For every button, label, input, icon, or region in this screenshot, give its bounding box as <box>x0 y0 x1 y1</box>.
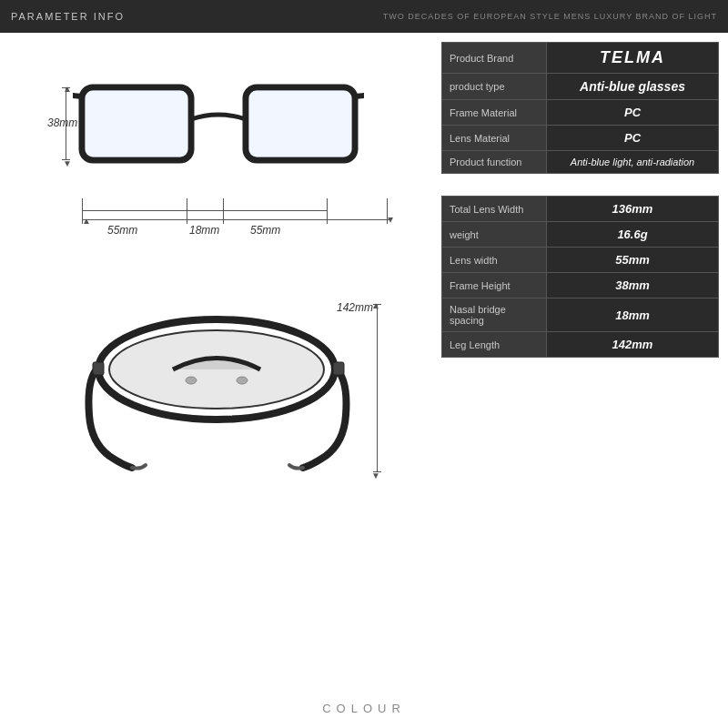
spec-label: Nasal bridge spacing <box>442 298 547 332</box>
spec-label: Leg Length <box>442 332 547 358</box>
bottom-view-diagram: ▲ ▼ 142mm <box>46 297 391 533</box>
spec-value: 136mm <box>547 197 719 222</box>
table-row: Frame MaterialPC <box>442 100 719 126</box>
glasses-front-svg <box>73 69 364 197</box>
colour-footer: COLOUR <box>0 688 728 728</box>
glasses-side-svg <box>82 297 355 497</box>
specs-table-1: Product BrandTELMAproduct typeAnti-blue … <box>441 42 719 174</box>
table-row: Total Lens Width136mm <box>442 197 719 222</box>
spec-label: Frame Height <box>442 273 547 298</box>
header: PARAMETER INFO TWO DECADES OF EUROPEAN S… <box>0 0 728 33</box>
spec-label: Lens width <box>442 248 547 273</box>
left-lens-label: 55mm <box>107 224 137 237</box>
table-row: product typeAnti-blue glasses <box>442 74 719 100</box>
leg-length-label: 142mm <box>337 301 373 314</box>
front-view-diagram: ▲ ▼ 38mm ▲ ▲ 55mm 18mm 55mm <box>46 51 391 297</box>
spec-label: Total Lens Width <box>442 197 547 222</box>
spec-value: PC <box>547 100 719 126</box>
table-row: Nasal bridge spacing18mm <box>442 298 719 332</box>
spec-label: Product Brand <box>442 43 547 74</box>
spec-value: 142mm <box>547 332 719 358</box>
spec-label: product type <box>442 74 547 100</box>
table-row: Frame Height38mm <box>442 273 719 298</box>
table-row: Lens MaterialPC <box>442 126 719 151</box>
table-row: Leg Length142mm <box>442 332 719 358</box>
svg-line-2 <box>73 95 82 96</box>
spec-value: TELMA <box>547 43 719 74</box>
svg-line-4 <box>355 95 364 96</box>
header-subtitle: TWO DECADES OF EUROPEAN STYLE MENS LUXUR… <box>383 12 717 21</box>
table-row: Product functionAnti-blue light, anti-ra… <box>442 151 719 174</box>
svg-rect-13 <box>333 362 344 375</box>
specs-table-2: Total Lens Width136mmweight16.6gLens wid… <box>441 196 719 358</box>
spec-value: Anti-blue light, anti-radiation <box>547 151 719 174</box>
spec-label: Product function <box>442 151 547 174</box>
spec-value: Anti-blue glasses <box>547 74 719 100</box>
svg-rect-6 <box>85 90 188 157</box>
spec-label: Lens Material <box>442 126 547 151</box>
svg-point-10 <box>186 377 197 384</box>
table-row: Product BrandTELMA <box>442 43 719 74</box>
right-lens-label: 55mm <box>250 224 280 237</box>
spec-value: 18mm <box>547 298 719 332</box>
spec-label: Frame Material <box>442 100 547 126</box>
table-row: weight16.6g <box>442 222 719 248</box>
right-panel: Product BrandTELMAproduct typeAnti-blue … <box>437 33 728 688</box>
svg-rect-7 <box>248 90 352 157</box>
main-content: ▲ ▼ 38mm ▲ ▲ 55mm 18mm 55mm <box>0 33 728 688</box>
left-panel: ▲ ▼ 38mm ▲ ▲ 55mm 18mm 55mm <box>0 33 437 688</box>
spec-value: 38mm <box>547 273 719 298</box>
height-label: 38mm <box>47 116 77 129</box>
header-title: PARAMETER INFO <box>11 11 125 22</box>
spec-value: 55mm <box>547 248 719 273</box>
bridge-label: 18mm <box>189 224 219 237</box>
spec-value: PC <box>547 126 719 151</box>
svg-rect-12 <box>93 362 104 375</box>
colour-label: COLOUR <box>322 702 406 715</box>
table-row: Lens width55mm <box>442 248 719 273</box>
spec-label: weight <box>442 222 547 248</box>
svg-point-11 <box>237 377 248 384</box>
spec-value: 16.6g <box>547 222 719 248</box>
